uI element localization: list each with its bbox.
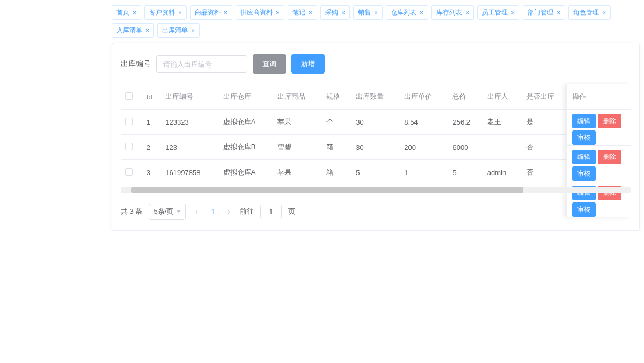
scrollbar-thumb[interactable] xyxy=(131,187,523,193)
prev-page-icon[interactable]: ‹ xyxy=(192,207,201,216)
cell-qty: 30 xyxy=(352,110,400,135)
col-person: 出库人 xyxy=(483,84,522,110)
audit-button[interactable]: 审核 xyxy=(572,202,596,217)
close-icon[interactable]: × xyxy=(374,9,378,17)
close-icon[interactable]: × xyxy=(341,9,345,17)
tab-item[interactable]: 部门管理× xyxy=(523,5,565,20)
cell-warehouse: 虚拟仓库B xyxy=(219,135,274,160)
search-input[interactable] xyxy=(156,55,247,73)
close-icon[interactable]: × xyxy=(465,9,469,17)
cell-spec: 箱 xyxy=(322,135,352,160)
close-icon[interactable]: × xyxy=(602,9,606,17)
cell-warehouse: 虚拟仓库A xyxy=(219,110,274,135)
next-page-icon[interactable]: › xyxy=(224,207,233,216)
close-icon[interactable]: × xyxy=(309,9,312,17)
tab-item[interactable]: 库存列表× xyxy=(431,5,474,20)
row-checkbox[interactable] xyxy=(125,143,133,150)
cell-total: 6000 xyxy=(448,135,482,160)
col-spec: 规格 xyxy=(322,84,352,110)
close-icon[interactable]: × xyxy=(191,27,195,34)
cell-product: 苹果 xyxy=(273,110,321,135)
cell-code: 123323 xyxy=(161,110,218,135)
close-icon[interactable]: × xyxy=(276,9,280,17)
ops-cell: 编辑删除审核 xyxy=(567,110,631,146)
audit-button[interactable]: 审核 xyxy=(572,166,596,181)
total-count: 共 3 条 xyxy=(121,207,142,216)
cell-isout: 否 xyxy=(522,160,570,185)
close-icon[interactable]: × xyxy=(133,9,136,17)
table-row: 2123虚拟仓库B雪碧箱302006000否 xyxy=(121,135,631,160)
tab-item[interactable]: 销售× xyxy=(353,5,383,20)
tab-item[interactable]: 商品资料× xyxy=(190,5,232,20)
close-icon[interactable]: × xyxy=(420,9,423,17)
tab-label: 首页 xyxy=(116,8,129,17)
tab-label: 销售 xyxy=(358,8,371,17)
cell-total: 5 xyxy=(448,160,482,185)
tab-item[interactable]: 角色管理× xyxy=(568,5,611,20)
tab-label: 部门管理 xyxy=(528,8,553,17)
cell-qty: 30 xyxy=(352,135,400,160)
cell-qty: 5 xyxy=(352,160,400,185)
cell-total: 256.2 xyxy=(448,110,482,135)
tab-label: 仓库列表 xyxy=(391,8,416,17)
page-number[interactable]: 1 xyxy=(208,208,218,216)
table-row: 3161997858虚拟仓库A苹果箱515admin否2023-06-03 11… xyxy=(121,160,631,185)
pagination: 共 3 条 5条/页 ‹ 1 › 前往 页 xyxy=(121,204,631,220)
close-icon[interactable]: × xyxy=(511,9,515,17)
cell-isout: 否 xyxy=(522,135,570,160)
data-table: Id 出库编号 出库仓库 出库商品 规格 出库数量 出库单价 总价 出库人 是否… xyxy=(121,84,631,185)
table-row: 1123323虚拟仓库A苹果个308.54256.2老王是2023-04-27 … xyxy=(121,110,631,135)
cell-id: 3 xyxy=(142,160,162,185)
edit-button[interactable]: 编辑 xyxy=(572,150,596,164)
tab-item[interactable]: 采购× xyxy=(320,5,350,20)
horizontal-scrollbar[interactable] xyxy=(121,187,631,193)
cell-spec: 箱 xyxy=(322,160,352,185)
col-ops: 操作 xyxy=(567,84,631,110)
tab-item[interactable]: 供应商资料× xyxy=(236,5,284,20)
tab-label: 供应商资料 xyxy=(240,8,273,17)
cell-price: 8.54 xyxy=(400,110,448,135)
cell-price: 200 xyxy=(400,135,448,160)
tab-item[interactable]: 笔记× xyxy=(288,5,317,20)
audit-button[interactable]: 审核 xyxy=(572,130,596,145)
cell-id: 2 xyxy=(142,135,162,160)
close-icon[interactable]: × xyxy=(557,9,560,17)
tab-label: 库存列表 xyxy=(436,8,462,17)
tab-item[interactable]: 入库清单× xyxy=(112,23,154,38)
col-isout: 是否出库 xyxy=(522,84,570,110)
cell-warehouse: 虚拟仓库A xyxy=(219,160,274,185)
cell-person: admin xyxy=(483,160,522,185)
close-icon[interactable]: × xyxy=(145,27,149,34)
close-icon[interactable]: × xyxy=(224,9,228,17)
cell-person: 老王 xyxy=(483,110,522,135)
tab-label: 角色管理 xyxy=(573,8,599,17)
tab-item[interactable]: 首页× xyxy=(112,5,141,20)
page-size-select[interactable]: 5条/页 xyxy=(149,204,186,220)
col-code: 出库编号 xyxy=(161,84,218,110)
delete-button[interactable]: 删除 xyxy=(598,150,621,164)
col-price: 出库单价 xyxy=(400,84,448,110)
tab-item[interactable]: 仓库列表× xyxy=(386,5,428,20)
tab-item[interactable]: 员工管理× xyxy=(477,5,519,20)
cell-id: 1 xyxy=(142,110,162,135)
search-label: 出库编号 xyxy=(121,59,151,69)
cell-isout: 是 xyxy=(522,110,570,135)
row-checkbox[interactable] xyxy=(125,118,133,125)
col-warehouse: 出库仓库 xyxy=(219,84,274,110)
col-id: Id xyxy=(142,84,162,110)
select-all-checkbox[interactable] xyxy=(125,92,133,100)
tab-label: 客户资料 xyxy=(149,8,175,17)
goto-input[interactable] xyxy=(260,205,282,219)
tab-label: 员工管理 xyxy=(482,8,508,17)
row-checkbox[interactable] xyxy=(125,168,133,176)
edit-button[interactable]: 编辑 xyxy=(572,114,596,128)
tab-item[interactable]: 出库清单× xyxy=(157,23,200,38)
table-header-row: Id 出库编号 出库仓库 出库商品 规格 出库数量 出库单价 总价 出库人 是否… xyxy=(121,84,631,110)
tab-item[interactable]: 客户资料× xyxy=(144,5,187,20)
close-icon[interactable]: × xyxy=(178,9,182,17)
delete-button[interactable]: 删除 xyxy=(598,114,621,128)
col-qty: 出库数量 xyxy=(352,84,400,110)
add-button[interactable]: 新增 xyxy=(291,54,325,74)
query-button[interactable]: 查询 xyxy=(253,54,286,74)
table-scroll[interactable]: Id 出库编号 出库仓库 出库商品 规格 出库数量 出库单价 总价 出库人 是否… xyxy=(121,84,631,185)
